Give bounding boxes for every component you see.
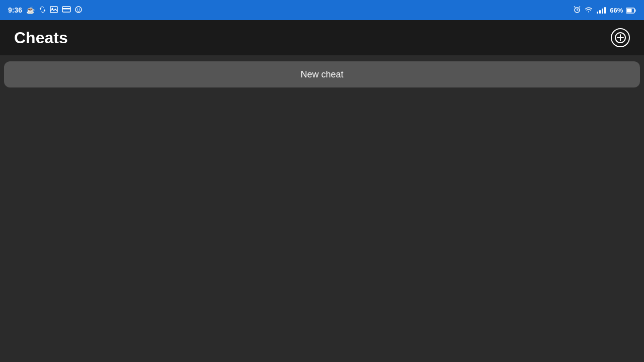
alarm-icon — [574, 6, 581, 15]
content-area: New cheat — [0, 55, 644, 94]
svg-point-6 — [79, 9, 80, 10]
add-cheat-button[interactable] — [611, 28, 630, 47]
svg-point-4 — [75, 7, 82, 13]
status-bar-left: 9:36 ☕ — [8, 6, 82, 15]
status-bar-right: 66% — [574, 6, 636, 15]
time-display: 9:36 — [8, 6, 22, 14]
image-icon — [50, 6, 58, 15]
new-cheat-button[interactable]: New cheat — [4, 61, 640, 87]
svg-line-10 — [575, 7, 576, 8]
svg-rect-13 — [635, 10, 636, 12]
status-bar: 9:36 ☕ — [0, 0, 644, 20]
svg-point-5 — [77, 9, 78, 10]
battery-display: 66% — [610, 7, 636, 14]
signal-icon — [597, 7, 606, 14]
svg-rect-3 — [62, 8, 70, 10]
battery-percent-text: 66% — [610, 7, 623, 14]
wifi-icon — [585, 6, 593, 14]
face-icon — [75, 6, 82, 15]
alarm-clock-icon: ☕ — [26, 6, 35, 14]
app-header: Cheats — [0, 20, 644, 55]
svg-line-11 — [579, 7, 580, 8]
svg-rect-14 — [627, 9, 632, 13]
page-title: Cheats — [14, 29, 68, 47]
card-icon — [62, 6, 71, 14]
sync-icon — [39, 6, 46, 15]
